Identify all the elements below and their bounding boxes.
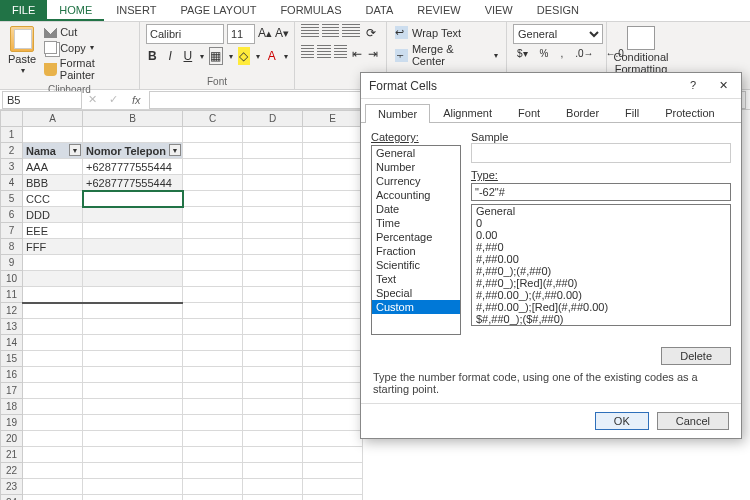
increase-font-button[interactable]: A▴ [258, 24, 272, 42]
dialog-tab-protection[interactable]: Protection [652, 103, 728, 122]
cell[interactable] [243, 319, 303, 335]
cell[interactable] [83, 271, 183, 287]
align-center-button[interactable] [317, 45, 330, 59]
cell[interactable] [23, 495, 83, 501]
cell[interactable] [183, 287, 243, 303]
cell[interactable] [83, 319, 183, 335]
cell[interactable] [83, 335, 183, 351]
cell[interactable] [303, 287, 363, 303]
cell[interactable] [303, 399, 363, 415]
percent-button[interactable]: % [536, 47, 553, 60]
cell[interactable] [83, 447, 183, 463]
cell[interactable] [303, 335, 363, 351]
row-header[interactable]: 23 [1, 479, 23, 495]
cell[interactable] [23, 431, 83, 447]
cell[interactable] [183, 207, 243, 223]
cell[interactable]: FFF [23, 239, 83, 255]
cell[interactable] [243, 479, 303, 495]
cell[interactable] [303, 255, 363, 271]
category-item[interactable]: Custom [372, 300, 460, 314]
category-item[interactable]: Special [372, 286, 460, 300]
cell[interactable] [303, 495, 363, 501]
cell[interactable] [243, 287, 303, 303]
cell[interactable] [23, 287, 83, 303]
row-header[interactable]: 18 [1, 399, 23, 415]
row-header[interactable]: 24 [1, 495, 23, 501]
cell[interactable] [83, 479, 183, 495]
tab-data[interactable]: DATA [354, 0, 406, 21]
format-code-item[interactable]: #,##0_);[Red](#,##0) [472, 277, 730, 289]
filter-arrow-icon[interactable]: ▼ [69, 144, 81, 156]
align-left-button[interactable] [301, 45, 314, 59]
row-header[interactable]: 15 [1, 351, 23, 367]
cell[interactable] [83, 367, 183, 383]
ok-button[interactable]: OK [595, 412, 649, 430]
cell[interactable] [83, 463, 183, 479]
fill-color-button[interactable]: ◇ [238, 47, 251, 65]
format-painter-button[interactable]: Format Painter [42, 56, 133, 82]
cell[interactable] [83, 287, 183, 303]
cell[interactable] [183, 463, 243, 479]
fx-icon[interactable]: fx [124, 94, 149, 106]
cell[interactable] [243, 383, 303, 399]
format-code-item[interactable]: #,##0 [472, 241, 730, 253]
cell[interactable] [303, 319, 363, 335]
wrap-text-button[interactable]: ↩Wrap Text [393, 24, 500, 41]
cell[interactable] [303, 191, 363, 207]
format-code-item[interactable]: #,##0.00 [472, 253, 730, 265]
category-item[interactable]: Time [372, 216, 460, 230]
row-header[interactable]: 19 [1, 415, 23, 431]
filter-arrow-icon[interactable]: ▼ [169, 144, 181, 156]
cell[interactable] [303, 127, 363, 143]
category-item[interactable]: Currency [372, 174, 460, 188]
cell[interactable] [83, 207, 183, 223]
cell[interactable] [83, 303, 183, 319]
type-input[interactable] [471, 183, 731, 201]
underline-button[interactable]: U [181, 47, 194, 65]
cell[interactable] [243, 175, 303, 191]
cut-button[interactable]: Cut [42, 24, 133, 39]
row-header[interactable]: 3 [1, 159, 23, 175]
cell[interactable]: AAA [23, 159, 83, 175]
dialog-tab-alignment[interactable]: Alignment [430, 103, 505, 122]
cell[interactable] [303, 463, 363, 479]
cell[interactable] [303, 479, 363, 495]
cancel-button[interactable]: Cancel [657, 412, 729, 430]
cell[interactable] [303, 303, 363, 319]
cell[interactable]: +6287777555444 [83, 159, 183, 175]
format-code-item[interactable]: $#,##0_);[Red]($#,##0) [472, 325, 730, 326]
cell[interactable] [23, 255, 83, 271]
cell[interactable] [303, 159, 363, 175]
cell[interactable] [83, 191, 183, 207]
category-list[interactable]: GeneralNumberCurrencyAccountingDateTimeP… [371, 145, 461, 335]
cell[interactable] [243, 255, 303, 271]
cell[interactable] [183, 303, 243, 319]
col-header-a[interactable]: A [23, 111, 83, 127]
delete-button[interactable]: Delete [661, 347, 731, 365]
cell[interactable] [183, 191, 243, 207]
row-header[interactable]: 12 [1, 303, 23, 319]
cell[interactable] [183, 143, 243, 159]
cell[interactable] [243, 351, 303, 367]
row-header[interactable]: 17 [1, 383, 23, 399]
font-size-input[interactable] [227, 24, 255, 44]
category-item[interactable]: Percentage [372, 230, 460, 244]
cell[interactable] [23, 303, 83, 319]
tab-insert[interactable]: INSERT [104, 0, 168, 21]
cell[interactable] [23, 319, 83, 335]
align-top-button[interactable] [301, 24, 319, 38]
conditional-formatting-button[interactable]: Conditional Formatting [615, 26, 667, 75]
cell[interactable] [23, 399, 83, 415]
merge-center-button[interactable]: ⫟Merge & Center▾ [393, 41, 500, 69]
cell[interactable] [83, 223, 183, 239]
cell[interactable] [243, 207, 303, 223]
cell[interactable] [83, 127, 183, 143]
row-header[interactable]: 22 [1, 463, 23, 479]
number-format-select[interactable]: General [513, 24, 603, 44]
select-all-corner[interactable] [1, 111, 23, 127]
font-name-input[interactable] [146, 24, 224, 44]
cell[interactable] [243, 367, 303, 383]
cell[interactable]: Nama▼ [23, 143, 83, 159]
format-code-item[interactable]: #,##0_);(#,##0) [472, 265, 730, 277]
cell[interactable] [23, 367, 83, 383]
